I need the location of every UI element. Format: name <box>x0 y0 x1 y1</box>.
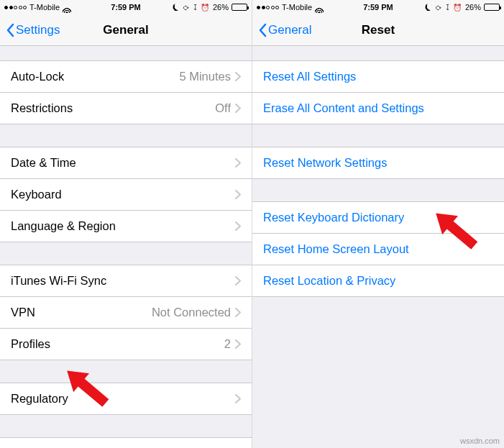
cell-vpn[interactable]: VPN Not Connected <box>0 296 252 328</box>
cell-label: VPN <box>11 306 152 319</box>
page-title: Reset <box>252 23 504 37</box>
cell-label: Language & Region <box>11 219 235 233</box>
cell-label: Reset Home Screen Layout <box>263 242 493 256</box>
cell-label: Keyboard <box>11 188 235 201</box>
cell-label: Restrictions <box>11 101 215 115</box>
cell-label: Profiles <box>11 337 224 351</box>
cell-detail: Off <box>215 101 231 115</box>
battery-icon <box>232 4 247 11</box>
cell-label: Regulatory <box>11 392 235 406</box>
settings-content: Auto-Lock 5 Minutes Restrictions Off Dat… <box>0 46 252 448</box>
cell-detail: 2 <box>224 337 231 351</box>
cell-label: Reset Keyboard Dictionary <box>263 211 493 224</box>
cell-label: Auto-Lock <box>11 70 179 83</box>
screen-general: T-Mobile 7:59 PM ⏾ ⟳ ↧ ⏰ 26% Settings Ge… <box>0 0 252 448</box>
chevron-right-icon <box>235 190 241 199</box>
chevron-right-icon <box>235 221 241 231</box>
cell-language-region[interactable]: Language & Region <box>0 210 252 242</box>
cell-label: iTunes Wi-Fi Sync <box>11 274 235 288</box>
chevron-right-icon <box>235 308 241 317</box>
status-bar: T-Mobile 7:59 PM ⏾ ⟳ ↧ ⏰ 26% <box>252 0 504 14</box>
cell-date-time[interactable]: Date & Time <box>0 147 252 178</box>
cell-auto-lock[interactable]: Auto-Lock 5 Minutes <box>0 60 252 92</box>
cell-label: Reset Network Settings <box>263 156 493 170</box>
status-time: 7:59 PM <box>0 3 252 12</box>
cell-keyboard[interactable]: Keyboard <box>0 178 252 210</box>
cell-reset-keyboard-dictionary[interactable]: Reset Keyboard Dictionary <box>252 201 504 233</box>
page-title: General <box>0 23 252 37</box>
cell-reset-home-screen-layout[interactable]: Reset Home Screen Layout <box>252 233 504 265</box>
nav-bar: Settings General <box>0 14 252 46</box>
cell-profiles[interactable]: Profiles 2 <box>0 328 252 360</box>
cell-label: Reset Location & Privacy <box>263 274 493 288</box>
cell-reset[interactable]: Reset <box>0 437 252 448</box>
cell-detail: Not Connected <box>152 306 231 319</box>
chevron-right-icon <box>235 72 241 81</box>
chevron-right-icon <box>235 394 241 403</box>
status-time: 7:59 PM <box>252 3 504 12</box>
cell-restrictions[interactable]: Restrictions Off <box>0 92 252 124</box>
screen-reset: T-Mobile 7:59 PM ⏾ ⟳ ↧ ⏰ 26% General Res… <box>252 0 504 448</box>
battery-icon <box>484 4 500 11</box>
cell-label: Erase All Content and Settings <box>263 101 493 115</box>
cell-erase-all-content[interactable]: Erase All Content and Settings <box>252 92 504 124</box>
cell-label: Date & Time <box>11 156 235 170</box>
chevron-right-icon <box>235 276 241 285</box>
reset-content: Reset All Settings Erase All Content and… <box>252 46 504 448</box>
cell-detail: 5 Minutes <box>179 70 231 83</box>
cell-regulatory[interactable]: Regulatory <box>0 383 252 414</box>
watermark: wsxdn.com <box>460 436 500 445</box>
chevron-right-icon <box>235 158 241 168</box>
status-bar: T-Mobile 7:59 PM ⏾ ⟳ ↧ ⏰ 26% <box>0 0 252 14</box>
chevron-right-icon <box>235 104 241 113</box>
cell-itunes-wifi-sync[interactable]: iTunes Wi-Fi Sync <box>0 265 252 296</box>
cell-reset-all-settings[interactable]: Reset All Settings <box>252 60 504 92</box>
chevron-right-icon <box>235 339 241 349</box>
nav-bar: General Reset <box>252 14 504 46</box>
cell-label: Reset All Settings <box>263 70 493 83</box>
cell-reset-network-settings[interactable]: Reset Network Settings <box>252 147 504 178</box>
cell-reset-location-privacy[interactable]: Reset Location & Privacy <box>252 265 504 296</box>
